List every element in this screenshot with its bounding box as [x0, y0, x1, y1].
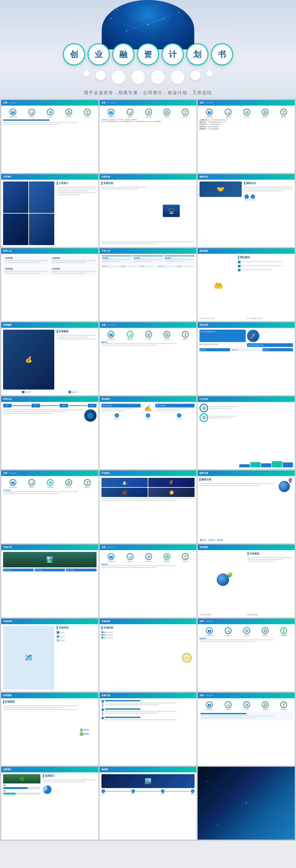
slide-2-content: 👥 公司/团队介绍 📊 融资介绍 ⚙️ 产品与运行 ♻️ 策划方案 🏆: [100, 105, 197, 173]
svg-point-15: [207, 781, 208, 782]
slide-29-content: 🏙️ 1 阶段一 2 阶段二 3 阶段三 4: [100, 772, 197, 840]
slide-1: 目录 CONTENTS 👥 公司/团队介绍 📊 融资介绍 ⚙️ 产品与运行 ♻️: [1, 100, 98, 173]
slide-16-header: 目录 CONTENTS: [1, 470, 98, 476]
slide-20: 目录 CONTENTS 👥 公司/团队介绍 📊 融资介绍 ⚙️ 产品与运行 ♻️: [100, 545, 197, 617]
svg-point-9: [163, 18, 164, 19]
svg-line-14: [246, 803, 285, 818]
slide-26-content: [100, 698, 197, 766]
slide-20-content: 👥 公司/团队介绍 📊 融资介绍 ⚙️ 产品与运行 ♻️ 策划方案 🏆: [100, 550, 197, 617]
slide-9-content: 🤲 团队建设: [198, 254, 295, 321]
svg-point-10: [110, 18, 111, 19]
slide-24-content: 👥 公司/团队介绍 📊 融资介绍 ⚙️ 产品与运行 ♻️ 策划方案 🏆: [198, 624, 295, 691]
slide-14-header: 商业模式: [100, 396, 197, 402]
slide-28-content: 🌿 66% 34% 进度展示: [1, 772, 98, 840]
slide-28-header: 进度展示: [1, 767, 98, 772]
slides-grid: 目录 CONTENTS 👥 公司/团队介绍 📊 融资介绍 ⚙️ 产品与运行 ♻️: [0, 99, 296, 841]
slide-22: 市场布局 🗺️ 市场布局 输入文字 输入文字 输入: [1, 619, 98, 691]
svg-line-2: [126, 19, 163, 31]
slide-26-header: 发展计划: [100, 693, 197, 698]
slide-16-content: 👥 公司/团队介绍 📊 融资介绍 ⚙️ 产品与运行 ♻️ 策划方案 🏆: [1, 476, 98, 543]
slide-29-header: 路线图: [100, 767, 197, 772]
slide-27-content: 👥 公司/团队介绍 📊 融资介绍 ⚙️ 产品与运行 ♻️ 策划方案 🏆: [198, 698, 295, 766]
slide-3-header: 目录 CONTENTS: [198, 100, 295, 105]
slide-7-header: 投资人员: [1, 248, 98, 254]
title-char-6: 划: [186, 43, 208, 65]
slide-5-header: 发展历程: [100, 174, 197, 180]
slide-9: 团队建设 🤲 团队建设: [198, 248, 295, 321]
svg-line-11: [207, 781, 246, 803]
slide-7-content: • 姓名职务 • 姓名职务 • 姓名职务: [1, 254, 98, 321]
slide-30: THANK YOU: [198, 767, 295, 840]
slide-10-content: 💰 投资融资 输入文字 输入文字: [1, 328, 98, 395]
slide-6: 国际合作 🤝 国际合作 1 输入文字: [198, 174, 295, 247]
slide-15-header: 行业分析: [198, 396, 295, 402]
svg-line-12: [246, 778, 275, 803]
slide-10-header: 投资融资: [1, 322, 98, 328]
slide-10: 投资融资 💰 投资融资 输入文字 输入文字: [1, 322, 98, 395]
slide-17: 产品展示 🏔️ 🧗 💼 🌟: [100, 470, 197, 543]
slide-18-content: 融资方案 🔮 📱 移动端 💻 网络端 🖥️ 桌面端: [198, 476, 295, 543]
slide-21-header: 未来规划: [198, 545, 295, 550]
svg-point-19: [245, 802, 247, 804]
slide-4: 公司简介 公司简介: [1, 174, 98, 247]
slide-25: 投资预算 投资预算 🏦 融资目标: [1, 693, 98, 766]
title-char-5: 计: [162, 43, 184, 65]
slide-23-content: 市场拓展 A 输入文字内容 B 输入文字内容: [100, 624, 197, 691]
slide-1-header: 目录 CONTENTS: [1, 100, 98, 105]
slide-12-header: 投资分析: [198, 322, 295, 328]
slide-24: 目录 CONTENTS 👥 公司/团队介绍 📊 融资介绍 ⚙️ 产品与运行 ♻️: [198, 619, 295, 691]
slide-12-content: 输入文字内容输入文字 🚀 输入文字内容 输入文字内容 输入文字内容输入文字 输入…: [198, 328, 295, 395]
svg-point-7: [178, 12, 179, 13]
cover-slide: 创 业 融 资 计 划 书 用于企业宣传，招商引资，公司简介，创业计划，工作总结: [0, 0, 296, 99]
slide-8-content: 姓名职务 姓名职务 姓名职务: [100, 254, 197, 321]
decorative-circles: [83, 70, 213, 84]
slide-15: 行业分析 ⚙️ ⚙️: [198, 396, 295, 469]
slide-15-content: ⚙️ ⚙️: [198, 402, 295, 469]
slide-20-header: 目录 CONTENTS: [100, 545, 197, 550]
slide-13-content: 01 02 03 04 🌐: [1, 402, 98, 469]
slide-6-header: 国际合作: [198, 174, 295, 180]
svg-point-18: [285, 817, 286, 818]
slide-26: 发展计划: [100, 693, 197, 766]
slide-7: 投资人员 • 姓名职务 • 姓名职务: [1, 248, 98, 321]
slide-22-header: 市场布局: [1, 619, 98, 624]
slide-25-header: 投资预算: [1, 693, 98, 698]
slide-14-content: 输入文字内容 ✍️ 输入文字内容: [100, 402, 197, 469]
svg-line-13: [217, 803, 246, 825]
slide-11-header: 目录 CONTENTS: [100, 322, 197, 328]
slide-19-header: 市场计划: [1, 545, 98, 550]
slide-28: 进度展示 🌿 66% 34% 进度展示: [1, 767, 98, 840]
slide-19-content: 🏞️ 输入文字内容 输入文字内容 输入文字内容: [1, 550, 98, 617]
slide-18: 融资方案 融资方案 🔮 📱 移动端 💻 网络端: [198, 470, 295, 543]
slide-12: 投资分析 输入文字内容输入文字 🚀 输入文字内容 输入文字内容 输入文字内容输入…: [198, 322, 295, 395]
slide-4-content: 公司简介: [1, 180, 98, 247]
svg-point-17: [217, 825, 218, 826]
slide-5: 发展历程 发展历程 🖥️: [100, 174, 197, 247]
title-char-2: 业: [88, 43, 110, 65]
slide-11-content: 👥 公司/团队介绍 📊 融资介绍 ⚙️ 产品与运行 ♻️ 策划方案 🏆: [100, 328, 197, 395]
slide-29: 路线图 🏙️ 1 阶段一 2 阶段二 3 阶段三: [100, 767, 197, 840]
slide-1-content: 👥 公司/团队介绍 📊 融资介绍 ⚙️ 产品与运行 ♻️ 策划方案 🏆: [1, 105, 98, 173]
slide-23: 市场拓展 市场拓展 A 输入文字内容 B 输入文字内容: [100, 619, 197, 691]
slide-11: 目录 CONTENTS 👥 公司/团队介绍 📊 融资介绍 ⚙️ 产品与运行 ♻️: [100, 322, 197, 395]
slide-19: 市场计划 🏞️ 输入文字内容 输入文字内容 输入文字内容: [1, 545, 98, 617]
slide-3: 目录 CONTENTS 👥 公司/团队介绍 📊 融资介绍 ⚙️ 产品与运行 ♻️: [198, 100, 295, 173]
title-char-3: 融: [112, 43, 134, 65]
slide-27-header: 目录 CONTENTS: [198, 693, 295, 698]
title-char-4: 资: [137, 43, 159, 65]
slide-2-header: 目录 CONTENTS: [100, 100, 197, 105]
slide-22-content: 🗺️ 市场布局 输入文字 输入文字 输入文字: [1, 624, 98, 691]
slide-21: 未来规划 🧩 未来规划: [198, 545, 295, 617]
slide-2: 目录 CONTENTS 👥 公司/团队介绍 📊 融资介绍 ⚙️ 产品与运行 ♻️: [100, 100, 197, 173]
slide-21-content: 🧩 未来规划 1. 输入文字内容 2. 输入文字内容: [198, 550, 295, 617]
svg-line-0: [117, 9, 148, 25]
slide-25-content: 投资预算 🏦 融资目标 💹 回报预期: [1, 698, 98, 766]
svg-point-16: [275, 777, 276, 778]
title-circles: 创 业 融 资 计 划 书: [63, 43, 233, 65]
slide-24-header: 目录 CONTENTS: [198, 619, 295, 624]
slide-18-header: 融资方案: [198, 470, 295, 476]
slide-13: 竞争行业 01 02 03 04: [1, 396, 98, 469]
svg-line-4: [170, 12, 188, 28]
slide-3-content: 👥 公司/团队介绍 📊 融资介绍 ⚙️ 产品与运行 ♻️ 策划方案 🏆: [198, 105, 295, 173]
star-network: [198, 767, 295, 840]
